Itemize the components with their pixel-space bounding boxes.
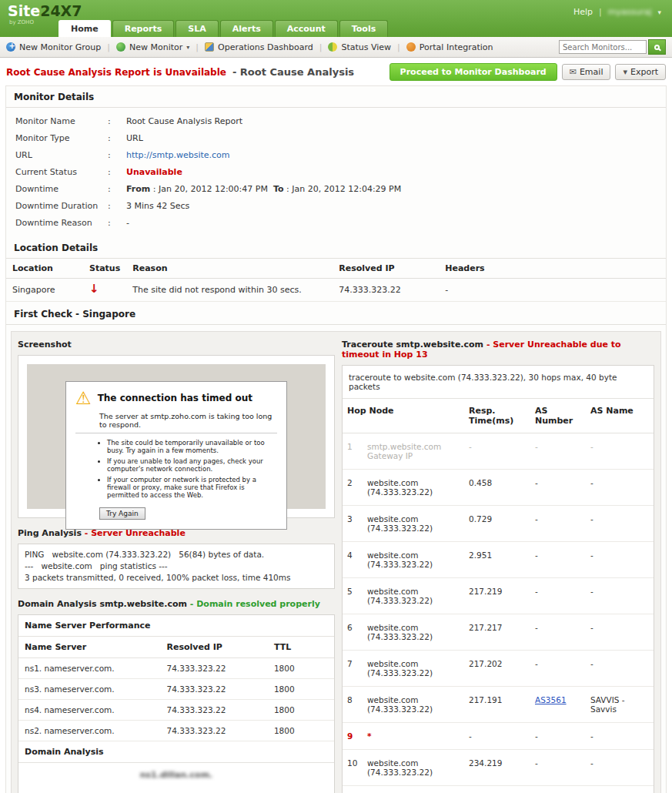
response-time: 236.839 — [464, 786, 530, 793]
hop-number: 4 — [343, 542, 363, 578]
as-number-link[interactable]: AS3561 — [535, 695, 567, 704]
traceroute-row: 5 website.com (74.333.323.22) 217.219 - … — [343, 578, 654, 614]
page-title-bar: Root Cause Analysis Report is Unavailabl… — [0, 58, 672, 85]
url-row: URL : http://smtp.website.com — [6, 146, 666, 163]
tab-account[interactable]: Account — [275, 20, 338, 37]
resolved-ip-value: 74.333.323.22 — [333, 279, 439, 302]
globe-icon — [116, 42, 125, 52]
hop-node: website.com (74.333.323.22) — [363, 651, 464, 687]
hop-node: website.com (74.333.323.22) — [363, 687, 464, 723]
as-number-link[interactable]: - — [535, 550, 538, 560]
response-time: - — [464, 723, 530, 750]
url-label: URL — [15, 150, 108, 160]
tab-alerts[interactable]: Alerts — [220, 20, 273, 37]
as-number-link[interactable]: - — [535, 514, 538, 524]
hop-number: 7 — [343, 651, 363, 687]
username-menu[interactable]: myassuraj — [608, 7, 652, 17]
new-monitor-group-button[interactable]: New Monitor Group — [6, 42, 101, 52]
downtime-duration-label: Downtime Duration — [15, 201, 108, 211]
response-time: 217.217 — [464, 614, 530, 651]
hop-number: 1 — [343, 433, 363, 470]
screenshot-heading: Screenshot — [18, 340, 335, 350]
as-number-link[interactable]: - — [535, 587, 538, 596]
email-button[interactable]: ✉ Email — [562, 64, 611, 80]
hop-node: website.com (74.333.323.22) — [363, 614, 464, 651]
as-number-link[interactable]: - — [535, 731, 538, 741]
resolved-ip-value: 74.333.323.22 — [161, 721, 268, 741]
chevron-down-icon: ▾ — [623, 67, 627, 77]
redacted-domain-text: ns1.dillan.com. — [18, 763, 334, 787]
as-number-link[interactable]: - — [535, 623, 538, 632]
portal-integration-button[interactable]: Portal Integration — [406, 42, 493, 52]
status-gauge-icon — [328, 42, 337, 52]
traceroute-row: 1 smtp.website.com Gateway IP - - - — [343, 433, 654, 470]
response-time: 2.951 — [464, 542, 530, 578]
domain-analysis-subheading: Domain Analysis — [18, 741, 334, 763]
new-monitor-button[interactable]: New Monitor ▾ — [116, 42, 189, 52]
as-name: - — [586, 614, 654, 651]
name-server-table: Name Server Resolved IP TTL ns1. nameser… — [18, 637, 334, 741]
ttl-value: 1800 — [268, 700, 334, 721]
ping-line: PING website.com (74.333.323.22) 56(84) … — [25, 549, 328, 560]
traceroute-row: 6 website.com (74.333.323.22) 217.217 - … — [343, 614, 654, 651]
toolbar-divider: | — [196, 42, 199, 52]
portal-icon — [406, 42, 416, 52]
timeout-title: The connection has timed out — [98, 393, 252, 403]
name-server-header-row: Name Server Resolved IP TTL — [18, 637, 334, 658]
traceroute-box: traceroute to website.com (74.333.323.22… — [342, 365, 654, 793]
help-link[interactable]: Help — [573, 7, 593, 17]
hop-number: 10 — [343, 750, 363, 786]
search-input[interactable] — [559, 40, 647, 54]
reason-value: The site did not respond within 30 secs. — [126, 279, 333, 302]
monitor-details-heading: Monitor Details — [6, 86, 666, 108]
as-number-link[interactable]: - — [535, 478, 538, 487]
resolved-ip-value: 74.333.323.22 — [161, 658, 268, 679]
export-button[interactable]: ▾ Export — [615, 64, 666, 80]
suggestion-item: The site could be temporarily unavailabl… — [107, 439, 277, 454]
screenshot-box: ⚠ The connection has timed out The serve… — [18, 355, 335, 518]
monitor-url-link[interactable]: http://smtp.website.com — [126, 150, 230, 160]
first-check-heading: First Check - Singapore — [6, 303, 666, 325]
app-header: Site24X7 by ZOHO Help | myassuraj ▾ Home… — [0, 0, 672, 37]
host-record-table: Host Name TTL Class Type Target smtp.nam… — [18, 787, 334, 793]
as-number-link[interactable]: - — [535, 442, 538, 451]
proceed-to-dashboard-button[interactable]: Proceed to Monitor Dashboard — [389, 63, 557, 81]
monitor-search — [559, 39, 666, 55]
unavailable-banner: Root Cause Analysis Report is Unavailabl… — [6, 67, 226, 78]
as-name: - — [586, 433, 654, 470]
response-time: 217.219 — [464, 578, 530, 614]
traceroute-heading: Traceroute smtp.website.com - Server Unr… — [342, 340, 654, 360]
traceroute-row: 3 website.com (74.333.323.22) 0.729 - - — [343, 506, 654, 542]
response-time: - — [464, 433, 530, 470]
name-server-value: ns2. nameserver.com. — [18, 721, 161, 741]
name-server-value: ns4. nameserver.com. — [18, 700, 161, 721]
as-number-link[interactable]: - — [535, 659, 538, 668]
tab-home[interactable]: Home — [59, 20, 111, 37]
ttl-value: 1800 — [268, 658, 334, 679]
traceroute-header-row: Hop Node Resp. Time(ms) AS Number AS Nam… — [343, 399, 654, 433]
name-server-row: ns4. nameserver.com. 74.333.323.22 1800 — [18, 700, 334, 721]
logo-brand-text: 24X7 — [40, 2, 82, 19]
dialog-divider — [75, 433, 277, 433]
timeout-dialog: ⚠ The connection has timed out The serve… — [65, 381, 287, 530]
ping-line: --- website.com ping statistics --- — [25, 560, 328, 572]
name-server-row: ns1. nameserver.com. 74.333.323.22 1800 — [18, 658, 334, 679]
monitor-details: Monitor Name : Root Cause Analysis Repor… — [6, 108, 666, 237]
status-view-button[interactable]: Status View — [328, 42, 391, 52]
tab-tools[interactable]: Tools — [339, 20, 388, 37]
add-circle-icon — [6, 42, 15, 52]
traceroute-table: Hop Node Resp. Time(ms) AS Number AS Nam… — [343, 399, 654, 793]
chevron-down-icon[interactable]: ▾ — [657, 8, 661, 16]
domain-analysis-box: Name Server Performance Name Server Reso… — [18, 614, 335, 793]
search-button[interactable] — [648, 39, 666, 55]
traceroute-row: 10 website.com (74.333.323.22) 234.219 -… — [343, 750, 654, 786]
tab-sla[interactable]: SLA — [176, 20, 218, 37]
response-time: 217.191 — [464, 687, 530, 723]
tab-reports[interactable]: Reports — [112, 20, 175, 37]
status-view-label: Status View — [341, 42, 391, 52]
name-server-value: ns3. nameserver.com. — [18, 679, 161, 700]
traceroute-row: 4 website.com (74.333.323.22) 2.951 - - — [343, 542, 654, 578]
email-label: Email — [580, 67, 603, 77]
operations-dashboard-button[interactable]: Operations Dashboard — [205, 42, 313, 52]
as-number-link[interactable]: - — [535, 758, 538, 768]
